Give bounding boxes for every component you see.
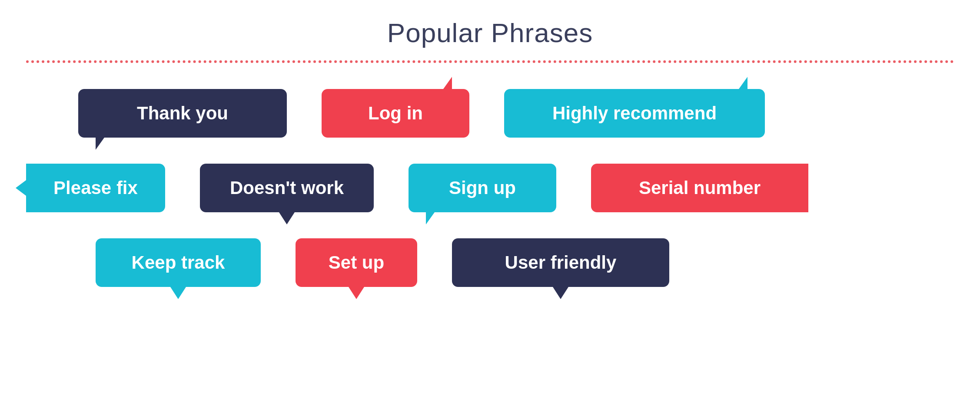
bubble-set-up[interactable]: Set up [296, 238, 417, 287]
phrases-grid: Thank you Log in Highly recommend Please… [26, 89, 954, 287]
bubble-please-fix[interactable]: Please fix [26, 164, 165, 212]
phrase-row-1: Thank you Log in Highly recommend [26, 89, 954, 138]
bubble-thank-you[interactable]: Thank you [78, 89, 287, 138]
bubble-doesnt-work[interactable]: Doesn't work [200, 164, 374, 212]
bubble-log-in[interactable]: Log in [322, 89, 469, 138]
bubble-sign-up[interactable]: Sign up [409, 164, 556, 212]
bubble-keep-track[interactable]: Keep track [96, 238, 261, 287]
bubble-highly-recommend[interactable]: Highly recommend [504, 89, 765, 138]
bubble-serial-number[interactable]: Serial number [591, 164, 808, 212]
divider [26, 60, 954, 63]
phrase-row-2: Please fix Doesn't work Sign up Serial n… [26, 164, 954, 212]
page-title: Popular Phrases [387, 17, 593, 48]
bubble-user-friendly[interactable]: User friendly [452, 238, 669, 287]
phrase-row-3: Keep track Set up User friendly [26, 238, 954, 287]
